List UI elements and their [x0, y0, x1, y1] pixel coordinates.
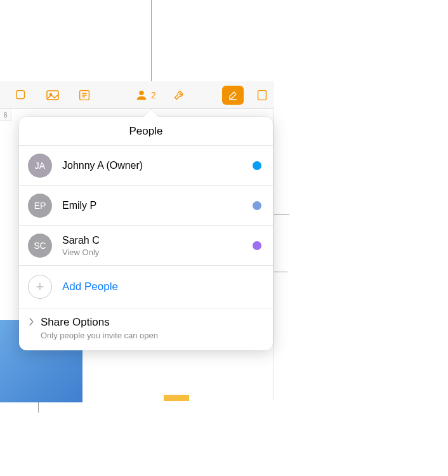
wrench-icon[interactable] [171, 87, 188, 103]
presence-dot [253, 161, 261, 170]
person-row[interactable]: JAJohnny A (Owner) [19, 146, 273, 186]
share-options-subtitle: Only people you invite can open [41, 331, 158, 340]
image-icon[interactable] [44, 87, 61, 103]
chevron-right-icon [27, 316, 36, 326]
svg-rect-0 [16, 90, 25, 98]
note-icon[interactable] [76, 87, 93, 103]
presence-dot [253, 201, 261, 210]
add-people-row[interactable]: + Add People [19, 266, 273, 308]
person-subtitle: View Only [62, 248, 253, 257]
svg-rect-8 [258, 90, 267, 100]
shape-icon[interactable] [13, 87, 29, 103]
svg-rect-1 [47, 91, 58, 100]
avatar: SC [28, 234, 52, 258]
avatar: JA [28, 154, 52, 178]
share-options-title: Share Options [41, 316, 158, 329]
people-count: 2 [151, 90, 156, 100]
plus-icon: + [28, 275, 52, 299]
person-name: Sarah C [62, 235, 253, 246]
person-name: Johnny A (Owner) [62, 160, 253, 171]
row-header: 6 [0, 109, 11, 121]
person-row[interactable]: SCSarah CView Only [19, 226, 273, 266]
person-icon [133, 87, 150, 103]
avatar: EP [28, 194, 52, 218]
people-button[interactable]: 2 [133, 87, 156, 103]
add-people-label: Add People [62, 281, 118, 293]
person-row[interactable]: EPEmily P [19, 186, 273, 226]
person-name: Emily P [62, 200, 253, 211]
format-brush-button[interactable] [222, 86, 244, 105]
panel-icon[interactable] [254, 87, 270, 103]
presence-dot [253, 241, 261, 250]
share-options-row[interactable]: Share Options Only people you invite can… [19, 308, 273, 350]
toolbar: 2 [0, 81, 274, 109]
popover-title: People [19, 117, 273, 146]
people-popover: People JAJohnny A (Owner)EPEmily PSCSara… [19, 117, 273, 350]
svg-point-7 [139, 90, 143, 95]
